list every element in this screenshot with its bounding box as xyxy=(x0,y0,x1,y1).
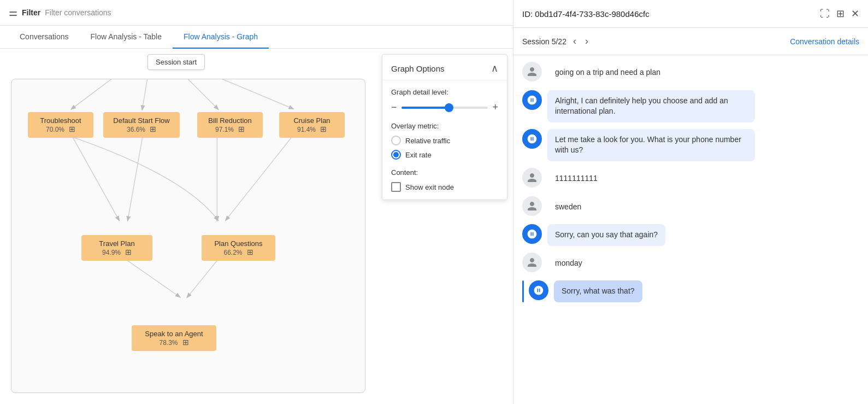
chat-message-7: monday xyxy=(522,253,859,274)
chat-message-3: Let me take a look for you. What is your… xyxy=(522,129,859,161)
radio-circle-relative xyxy=(391,136,401,145)
radio-circle-exit xyxy=(391,150,401,160)
expand-icon[interactable]: ⛶ xyxy=(820,8,830,20)
tab-flow-analysis-table[interactable]: Flow Analysis - Table xyxy=(80,26,173,49)
tabs: Conversations Flow Analysis - Table Flow… xyxy=(0,26,513,49)
bubble-8: Sorry, what was that? xyxy=(554,280,642,302)
node-troubleshoot[interactable]: Troubleshoot 70.0% ⊞ xyxy=(28,112,93,138)
conversation-details-link[interactable]: Conversation details xyxy=(790,37,859,46)
next-session-arrow[interactable]: › xyxy=(583,33,591,49)
bubble-3: Let me take a look for you. What is your… xyxy=(547,129,755,161)
node-cruise-plan-label: Cruise Plan xyxy=(285,116,339,125)
chat-message-4: 1111111111 xyxy=(522,168,859,190)
active-bar xyxy=(522,280,524,302)
slider-thumb[interactable] xyxy=(445,103,453,112)
slider-minus[interactable]: − xyxy=(391,102,397,113)
graph-area: Session start xyxy=(0,49,513,404)
node-plan-questions-label: Plan Questions xyxy=(207,239,270,248)
node-plan-questions[interactable]: Plan Questions 66.2% ⊞ xyxy=(202,235,275,261)
session-info: Session 5/22 ‹ › xyxy=(522,33,591,49)
bubble-1: going on a trip and need a plan xyxy=(547,62,668,84)
node-travel-plan-pct: 94.9% xyxy=(102,249,121,256)
filter-bar: ⚌ Filter Filter conversations xyxy=(0,0,513,26)
session-start-label: Session start xyxy=(156,58,197,66)
avatar-bot-3 xyxy=(522,129,542,149)
slider-track[interactable] xyxy=(401,107,488,109)
graph-options-panel: Graph Options ∧ Graph detail level: − + … xyxy=(382,54,507,200)
bubble-6: Sorry, can you say that again? xyxy=(547,224,665,246)
radio-relative-traffic[interactable]: Relative traffic xyxy=(391,136,498,145)
node-troubleshoot-label: Troubleshoot xyxy=(33,116,88,125)
avatar-user-1 xyxy=(522,62,542,81)
node-bill-reduction-pct: 97.1% xyxy=(215,126,234,133)
show-exit-node-checkbox[interactable] xyxy=(391,182,401,192)
session-nav: Session 5/22 ‹ › Conversation details xyxy=(513,28,868,55)
node-travel-plan[interactable]: Travel Plan 94.9% ⊞ xyxy=(81,235,152,261)
node-speak-to-agent-pct: 78.3% xyxy=(159,339,178,347)
right-header: ID: 0bd1d7-4f4-733-83c-980d46cfc ⛶ ⊞ ✕ xyxy=(513,0,868,28)
bubble-2: Alright, I can definitely help you choos… xyxy=(547,90,755,122)
detail-level-label: Graph detail level: xyxy=(391,88,498,96)
node-troubleshoot-pct: 70.0% xyxy=(46,126,64,133)
chat-message-6: Sorry, can you say that again? xyxy=(522,224,859,246)
radio-exit-rate[interactable]: Exit rate xyxy=(391,150,498,160)
close-icon[interactable]: ✕ xyxy=(851,8,859,20)
table-icon-travel: ⊞ xyxy=(125,248,132,256)
filter-icon: ⚌ xyxy=(9,7,17,19)
bubble-5: sweden xyxy=(547,196,589,218)
tab-conversations[interactable]: Conversations xyxy=(9,26,80,49)
radio-dot-exit xyxy=(393,152,399,157)
radio-group: Relative traffic Exit rate xyxy=(391,136,498,160)
show-exit-node-row[interactable]: Show exit node xyxy=(391,182,498,192)
node-speak-to-agent[interactable]: Speak to an Agent 78.3% ⊞ xyxy=(132,325,216,351)
right-panel: ID: 0bd1d7-4f4-733-83c-980d46cfc ⛶ ⊞ ✕ S… xyxy=(513,0,868,404)
radio-label-relative: Relative traffic xyxy=(405,137,450,145)
slider-fill xyxy=(401,107,449,109)
avatar-user-7 xyxy=(522,253,542,272)
layout-icon[interactable]: ⊞ xyxy=(836,8,845,20)
flow-container: Troubleshoot 70.0% ⊞ Default Start Flow … xyxy=(11,79,365,393)
content-label: Content: xyxy=(391,168,498,177)
node-plan-questions-pct: 66.2% xyxy=(223,249,242,256)
node-default-start-flow-label: Default Start Flow xyxy=(109,116,174,125)
node-bill-reduction-label: Bill Reduction xyxy=(203,116,257,125)
node-speak-to-agent-label: Speak to an Agent xyxy=(137,330,211,338)
prev-session-arrow[interactable]: ‹ xyxy=(571,33,578,49)
content-section: Content: Show exit node xyxy=(391,168,498,192)
session-label: Session 5/22 xyxy=(522,37,566,46)
avatar-bot-6 xyxy=(522,224,542,244)
chat-message-8: Sorry, what was that? xyxy=(522,280,859,302)
radio-label-exit: Exit rate xyxy=(405,151,432,159)
session-id: ID: 0bd1d7-4f4-733-83c-980d46cfc xyxy=(522,9,649,19)
overlay-label: Overlay metric: xyxy=(391,122,498,130)
node-cruise-plan-pct: 91.4% xyxy=(297,126,316,133)
session-start-box: Session start xyxy=(147,54,205,70)
node-travel-plan-label: Travel Plan xyxy=(87,239,147,248)
show-exit-node-label: Show exit node xyxy=(405,183,454,191)
collapse-icon[interactable]: ∧ xyxy=(491,62,498,74)
node-cruise-plan[interactable]: Cruise Plan 91.4% ⊞ xyxy=(279,112,345,138)
avatar-user-4 xyxy=(522,168,542,188)
graph-options-body: Graph detail level: − + Overlay metric: … xyxy=(382,80,507,200)
avatar-user-5 xyxy=(522,196,542,216)
tab-flow-analysis-graph[interactable]: Flow Analysis - Graph xyxy=(173,26,269,49)
header-icons: ⛶ ⊞ ✕ xyxy=(820,8,859,20)
node-bill-reduction[interactable]: Bill Reduction 97.1% ⊞ xyxy=(197,112,263,138)
bubble-4: 1111111111 xyxy=(547,168,605,190)
slider-row: − + xyxy=(391,102,498,113)
filter-label: Filter xyxy=(22,8,40,17)
table-icon-troubleshoot: ⊞ xyxy=(69,125,75,133)
chat-message-2: Alright, I can definitely help you choos… xyxy=(522,90,859,122)
chat-message-5: sweden xyxy=(522,196,859,218)
table-icon-plan: ⊞ xyxy=(247,248,253,256)
graph-options-header: Graph Options ∧ xyxy=(382,55,507,80)
avatar-bot-2 xyxy=(522,90,542,110)
node-default-start-flow-pct: 36.6% xyxy=(127,126,145,133)
node-default-start-flow[interactable]: Default Start Flow 36.6% ⊞ xyxy=(103,112,180,138)
filter-input[interactable]: Filter conversations xyxy=(45,8,111,17)
chat-area: going on a trip and need a plan Alright,… xyxy=(513,55,868,404)
table-icon-agent: ⊞ xyxy=(182,338,189,347)
avatar-bot-8 xyxy=(529,280,548,300)
table-icon-bill: ⊞ xyxy=(238,125,245,133)
slider-plus[interactable]: + xyxy=(492,102,498,113)
